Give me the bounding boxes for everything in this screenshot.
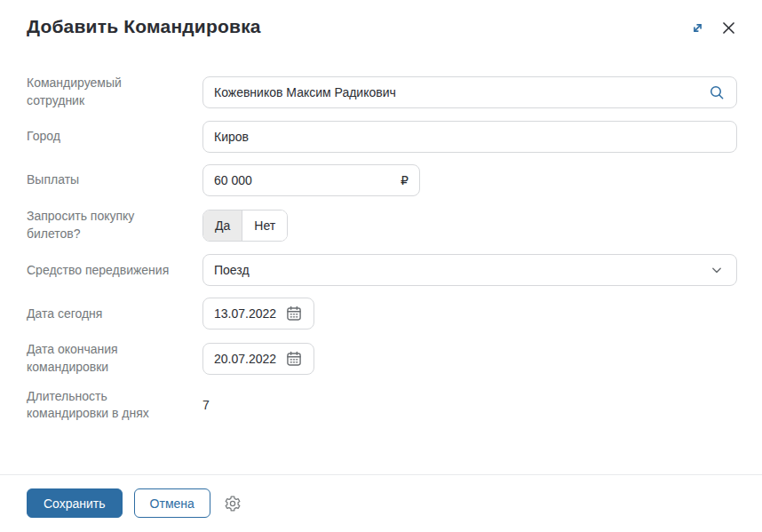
field-row-tickets: Запросить покупку билетов? Да Нет xyxy=(27,208,737,242)
tickets-no-button[interactable]: Нет xyxy=(242,210,287,241)
payments-input[interactable]: ₽ xyxy=(202,164,420,196)
field-row-date-start: Дата сегодня xyxy=(27,298,737,330)
date-start-input[interactable] xyxy=(202,298,314,330)
save-button[interactable]: Сохранить xyxy=(27,488,123,518)
cancel-button[interactable]: Отмена xyxy=(134,488,210,518)
date-end-input[interactable] xyxy=(202,343,314,375)
trip-form: Командируемый сотрудник Город xyxy=(27,75,737,434)
field-row-payments: Выплаты ₽ xyxy=(27,164,737,196)
tickets-toggle: Да Нет xyxy=(202,210,288,242)
field-row-duration: Длительность командировки в днях 7 xyxy=(27,388,737,423)
ruble-currency-symbol: ₽ xyxy=(401,173,409,187)
date-start-label: Дата сегодня xyxy=(27,306,176,323)
chevron-down-icon[interactable] xyxy=(708,261,726,279)
duration-value: 7 xyxy=(202,398,210,412)
transport-select[interactable] xyxy=(202,254,737,286)
field-row-transport: Средство передвижения xyxy=(27,254,737,286)
employee-input[interactable] xyxy=(202,76,737,108)
transport-select-value[interactable] xyxy=(214,263,701,277)
field-row-date-end: Дата окончания командировки xyxy=(27,341,737,376)
date-end-input-value[interactable] xyxy=(214,352,278,366)
close-icon[interactable] xyxy=(720,20,737,36)
dialog-title: Добавить Командировка xyxy=(27,16,261,37)
settings-gear-icon[interactable] xyxy=(224,495,242,512)
tickets-label: Запросить покупку билетов? xyxy=(27,208,176,242)
calendar-icon[interactable] xyxy=(285,305,303,322)
field-row-city: Город xyxy=(27,121,737,153)
dialog-footer: Сохранить Отмена xyxy=(27,475,737,532)
header-icons xyxy=(689,20,737,36)
employee-label: Командируемый сотрудник xyxy=(27,75,176,109)
date-start-input-value[interactable] xyxy=(214,306,278,321)
duration-label: Длительность командировки в днях xyxy=(27,388,176,423)
city-input-value[interactable] xyxy=(214,130,726,144)
payments-input-value[interactable] xyxy=(214,173,393,187)
tickets-yes-button[interactable]: Да xyxy=(203,210,242,241)
field-row-employee: Командируемый сотрудник xyxy=(27,75,737,109)
search-icon[interactable] xyxy=(708,83,726,101)
expand-icon[interactable] xyxy=(689,20,706,36)
city-label: Город xyxy=(27,128,176,146)
date-end-label: Дата окончания командировки xyxy=(27,341,176,376)
add-business-trip-dialog: Добавить Командировка Командируемый сотр… xyxy=(0,0,762,532)
calendar-icon[interactable] xyxy=(285,350,303,368)
transport-label: Средство передвижения xyxy=(27,262,176,280)
city-input[interactable] xyxy=(202,121,737,153)
payments-label: Выплаты xyxy=(27,171,176,189)
employee-input-value[interactable] xyxy=(214,85,701,99)
dialog-header: Добавить Командировка xyxy=(27,16,737,37)
